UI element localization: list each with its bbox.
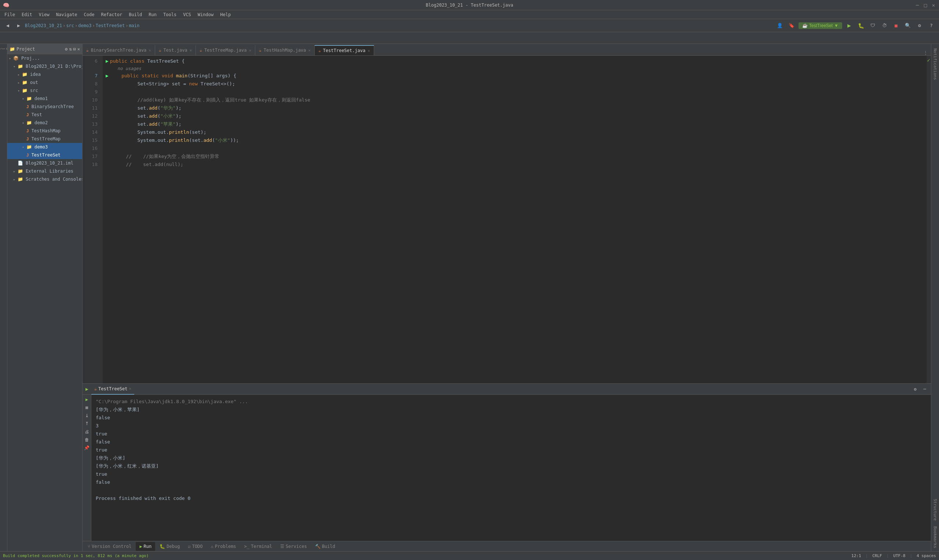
help-button[interactable]: ? (927, 21, 936, 31)
nav-forward-button[interactable]: ▶ (14, 21, 23, 31)
tree-item-9[interactable]: JTestHashMap (7, 127, 82, 135)
project-collapse-icon[interactable]: ⊟ (73, 46, 76, 52)
nav-back-button[interactable]: ◀ (3, 21, 12, 31)
tree-item-6[interactable]: JBinarySearchTree (7, 103, 82, 111)
print-button[interactable]: 🖨 (83, 428, 90, 435)
run-panel-minimize[interactable]: ─ (921, 386, 928, 392)
stop-button[interactable]: ■ (891, 21, 901, 31)
tab-close-icon[interactable]: ✕ (190, 48, 192, 53)
minimize-button[interactable]: ─ (915, 3, 920, 8)
title-bar-title: Blog2023_10_21 - TestTreeSet.java (426, 3, 513, 8)
breadcrumb-main[interactable]: main (129, 23, 139, 28)
bookmarks-panel-toggle[interactable]: Bookmarks (933, 523, 937, 551)
run-tab-close[interactable]: ✕ (129, 386, 132, 391)
tree-label: Blog2023_10_21.iml (26, 160, 73, 166)
run-output-line-9: true (96, 470, 927, 478)
breadcrumb-src[interactable]: src (66, 23, 74, 28)
project-tree: ▾📦Proj...▾📁Blog2023_10_21 D:\ProjectUA▸📁… (7, 54, 82, 551)
bookmark-nav-btn[interactable]: 🔖 (787, 21, 796, 31)
code-line-13: set.add("苹果"); (106, 120, 927, 128)
tree-item-7[interactable]: JTest (7, 111, 82, 119)
tab-todo[interactable]: ☑ TODO (184, 542, 206, 551)
stop-run-button[interactable]: ■ (83, 404, 90, 411)
pin-tab-button[interactable]: 📌 (83, 445, 90, 451)
menu-build[interactable]: Build (126, 11, 145, 18)
menu-tools[interactable]: Tools (160, 11, 179, 18)
rerun-button[interactable]: ▶ (83, 396, 90, 403)
run-panel-settings[interactable]: ⚙ (912, 386, 919, 392)
menu-view[interactable]: View (36, 11, 52, 18)
tab-label: TestTreeMap.java (204, 48, 247, 53)
breadcrumb-demo3[interactable]: demo3 (78, 23, 91, 28)
tree-item-15[interactable]: ▸📁Scratches and Consoles (7, 175, 82, 183)
close-button[interactable]: ✕ (931, 3, 936, 8)
code-editor[interactable]: 6 7 8 9 10 11 12 13 14 15 16 17 18 ▶ pub… (83, 56, 931, 383)
profile-button[interactable]: ⏱ (880, 21, 889, 31)
project-panel-toggle[interactable]: Project (0, 45, 7, 52)
tab-debug[interactable]: 🐛 Debug (156, 542, 183, 551)
tab-close-icon[interactable]: ✕ (308, 48, 311, 53)
tab-run[interactable]: ▶ Run (136, 542, 155, 551)
tree-item-11[interactable]: ▾📁demo3 (7, 143, 82, 151)
tab-problems[interactable]: ⚠ Problems (207, 542, 240, 551)
menu-refactor[interactable]: Refactor (98, 11, 125, 18)
tab-test[interactable]: ☕ Test.java ✕ (155, 45, 196, 55)
tree-item-5[interactable]: ▾📁demo1 (7, 95, 82, 103)
project-sort-icon[interactable]: ⇅ (69, 46, 71, 52)
coverage-button[interactable]: 🛡 (868, 21, 877, 31)
run-config-button[interactable]: ☕ TestTreeSet ▼ (799, 22, 842, 29)
menu-edit[interactable]: Edit (19, 11, 35, 18)
status-encoding: CRLF (872, 554, 882, 558)
tab-close-icon[interactable]: ✕ (148, 48, 151, 53)
settings-button[interactable]: ⚙ (915, 21, 924, 31)
tab-services[interactable]: ☰ Services (276, 542, 311, 551)
menu-help[interactable]: Help (217, 11, 234, 18)
tree-item-10[interactable]: JTestTreeMap (7, 135, 82, 143)
tree-item-2[interactable]: ▸📁idea (7, 70, 82, 78)
tree-item-13[interactable]: 📄Blog2023_10_21.iml (7, 159, 82, 167)
notifications-panel-toggle[interactable]: Notifications (933, 45, 937, 83)
debug-button[interactable]: 🐛 (856, 21, 866, 31)
tree-label: BinarySearchTree (32, 104, 74, 109)
tab-testhashmap[interactable]: ☕ TestHashMap.java ✕ (255, 45, 315, 55)
tab-binarysearchtree[interactable]: ☕ BinarySearchTree.java ✕ (83, 45, 155, 55)
title-bar-left: 🧠 (3, 2, 9, 8)
menu-vcs[interactable]: VCS (180, 11, 194, 18)
tree-item-8[interactable]: ▾📁demo2 (7, 119, 82, 127)
breadcrumb-project[interactable]: Blog2023_10_21 (25, 23, 62, 28)
search-button[interactable]: 🔍 (903, 21, 913, 31)
tab-testtreemap[interactable]: ☕ TestTreeMap.java ✕ (196, 45, 255, 55)
project-close-icon[interactable]: ✕ (77, 46, 80, 52)
menu-file[interactable]: File (2, 11, 18, 18)
tree-item-4[interactable]: ▾📁src (7, 86, 82, 95)
tree-item-0[interactable]: ▾📦Proj... (7, 54, 82, 62)
project-settings-icon[interactable]: ⚙ (65, 46, 68, 52)
tab-version-control[interactable]: ⑂ Version Control (84, 542, 135, 551)
maximize-button[interactable]: □ (923, 3, 928, 8)
menu-code[interactable]: Code (81, 11, 97, 18)
run-button[interactable]: ▶ (844, 21, 854, 31)
menu-run[interactable]: Run (146, 11, 160, 18)
tab-testtreeset[interactable]: ☕ TestTreeSet.java ✕ (315, 45, 374, 55)
menu-window[interactable]: Window (195, 11, 216, 18)
tree-item-12[interactable]: JTestTreeSet (7, 151, 82, 159)
menu-navigate[interactable]: Navigate (53, 11, 80, 18)
tab-close-icon[interactable]: ✕ (249, 48, 251, 53)
scroll-end-button[interactable]: ⤓ (83, 412, 90, 419)
editor-scrollbar[interactable]: ✓ (927, 56, 931, 383)
scroll-top-button[interactable]: ⤒ (83, 420, 90, 427)
tree-item-14[interactable]: ▸📁External Libraries (7, 167, 82, 175)
tab-more-btn[interactable]: ⋮ (920, 50, 931, 55)
run-tab-testtreeset[interactable]: ☕ TestTreeSet ✕ (91, 384, 134, 395)
structure-panel-toggle[interactable]: Structure (933, 496, 937, 524)
code-content[interactable]: ▶ public class TestTreeSet { no usages ▶… (103, 56, 927, 383)
tab-close-icon[interactable]: ✕ (367, 48, 370, 53)
user-icon-btn[interactable]: 👤 (775, 21, 785, 31)
clear-output-button[interactable]: 🗑 (83, 437, 90, 443)
tab-terminal[interactable]: >_ Terminal (241, 542, 276, 551)
tree-item-3[interactable]: ▸📁out (7, 78, 82, 86)
tab-build[interactable]: 🔨 Build (311, 542, 339, 551)
breadcrumb-testtreeset[interactable]: TestTreeSet (96, 23, 125, 28)
run-output: "C:\Program Files\Java\jdk1.8.0_192\bin\… (91, 395, 931, 541)
tree-item-1[interactable]: ▾📁Blog2023_10_21 D:\ProjectUA (7, 62, 82, 70)
